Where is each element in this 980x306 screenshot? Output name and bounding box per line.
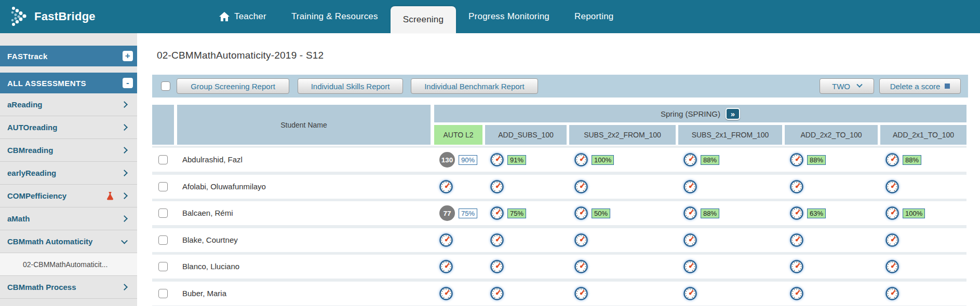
row-checkbox[interactable] [158, 262, 168, 271]
student-table-body: Abdulrashid, Fazl13090%91%100%88%88%88%A… [152, 146, 966, 306]
gauge-icon[interactable] [490, 260, 504, 273]
sidebar-item-cbmmath-process[interactable]: CBMmath Process [0, 276, 137, 299]
gauge-icon[interactable] [790, 153, 803, 166]
score-cell: 88% [785, 148, 878, 172]
sidebar-item-areading[interactable]: aReading [0, 93, 137, 116]
sidebar-section-fasttrack[interactable]: FASTtrack + [0, 46, 137, 66]
score-cell [785, 282, 878, 305]
individual-benchmark-report-button[interactable]: Individual Benchmark Report [411, 78, 538, 94]
column-header-subs-2x1-from-100: SUBS_2x1_FROM_100 [678, 125, 782, 145]
double-chevron-right-icon[interactable]: » [726, 108, 740, 120]
percent-green-box: 50% [592, 208, 610, 218]
sidebar-subitem-02-cbmmathautomaticity[interactable]: 02-CBMMathAutomaticit... [0, 253, 137, 276]
plus-icon[interactable]: + [123, 51, 133, 61]
percent-green-box: 100% [592, 155, 614, 165]
score-cell [485, 282, 567, 305]
score-cell: 75% [485, 201, 567, 225]
gauge-icon[interactable] [683, 287, 697, 300]
fastbridge-dots-icon [10, 6, 29, 27]
gauge-icon[interactable] [574, 206, 588, 220]
table-row: Blake, Courtney [152, 228, 966, 252]
gauge-icon[interactable] [683, 260, 697, 273]
table-row: Balcaen, Rémi7775%75%50%88%63%100% [152, 201, 966, 225]
nav-tab-screening[interactable]: Screening [391, 6, 456, 33]
chevron-right-icon [121, 101, 128, 108]
brand-name: FastBridge [34, 10, 96, 23]
gauge-icon[interactable] [683, 180, 697, 193]
row-checkbox[interactable] [158, 182, 168, 191]
score-cell [569, 175, 676, 199]
gauge-icon[interactable] [490, 287, 504, 300]
gauge-icon[interactable] [683, 233, 697, 247]
nav-tab-reporting[interactable]: Reporting [562, 0, 626, 33]
gauge-icon[interactable] [574, 287, 588, 300]
percent-green-box: 100% [903, 208, 925, 218]
gauge-icon[interactable] [574, 153, 588, 166]
table-header: Student Name Spring (SPRING) » AUTO L2 A… [152, 105, 966, 145]
percent-green-box: 88% [701, 155, 719, 165]
row-checkbox[interactable] [158, 208, 168, 218]
gauge-icon[interactable] [574, 260, 588, 273]
page-title: 02-CBMMathAutomaticity-2019 - S12 [157, 50, 324, 61]
gauge-icon[interactable] [885, 260, 899, 273]
row-checkbox[interactable] [158, 235, 168, 245]
student-name-header: Student Name [177, 105, 431, 145]
gauge-icon[interactable] [790, 206, 803, 220]
gauge-icon[interactable] [885, 287, 899, 300]
row-checkbox[interactable] [158, 155, 168, 164]
minus-icon[interactable]: - [123, 78, 133, 88]
sidebar-section-all-assessments[interactable]: ALL ASSESSMENTS - [0, 73, 137, 93]
group-screening-report-button[interactable]: Group Screening Report [177, 78, 289, 94]
percent-green-box: 91% [507, 155, 526, 165]
gauge-icon[interactable] [790, 287, 803, 300]
gauge-icon[interactable] [683, 206, 697, 220]
gauge-icon[interactable] [490, 153, 504, 166]
gauge-icon[interactable] [574, 233, 588, 247]
gauge-icon[interactable] [790, 233, 803, 247]
spring-group-header: Spring (SPRING) » [434, 105, 966, 122]
gauge-icon[interactable] [885, 206, 899, 220]
student-name: Blake, Courtney [182, 235, 238, 244]
nav-tab-training-resources[interactable]: Training & Resources [279, 0, 391, 33]
gauge-icon[interactable] [683, 153, 697, 166]
table-row: Abdulrashid, Fazl13090%91%100%88%88%88% [152, 148, 966, 172]
chevron-right-icon [121, 124, 128, 131]
score-cell: 88% [678, 148, 782, 172]
sidebar-item-autoreading[interactable]: AUTOreading [0, 116, 137, 139]
gauge-icon[interactable] [439, 233, 453, 247]
score-cell [485, 255, 567, 279]
row-checkbox[interactable] [158, 289, 168, 298]
percent-green-box: 63% [807, 208, 826, 218]
student-name: Blanco, Lluciano [182, 262, 239, 271]
score-cell [678, 228, 782, 252]
gauge-icon[interactable] [490, 233, 504, 247]
gauge-icon[interactable] [790, 260, 803, 273]
gauge-icon[interactable] [574, 180, 588, 193]
sidebar-item-cbmmath-automaticity[interactable]: CBMmath Automaticity [0, 230, 137, 253]
sidebar-item-compefficiency[interactable]: COMPefficiency [0, 185, 137, 207]
individual-skills-report-button[interactable]: Individual Skills Report [298, 78, 403, 94]
percent-box: 75% [459, 208, 477, 218]
nav-tab-progress-monitoring[interactable]: Progress Monitoring [456, 0, 562, 33]
sidebar-item-earlyreading[interactable]: earlyReading [0, 162, 137, 185]
gauge-icon[interactable] [439, 180, 453, 193]
nav-tab-teacher[interactable]: Teacher [207, 0, 279, 33]
column-header-auto-l2: AUTO L2 [434, 125, 482, 145]
fastbridge-logo[interactable]: FastBridge [10, 0, 96, 33]
gauge-icon[interactable] [885, 153, 899, 166]
sidebar-item-cbmreading[interactable]: CBMreading [0, 139, 137, 162]
gauge-icon[interactable] [790, 180, 803, 193]
percent-green-box: 88% [903, 155, 921, 165]
gauge-icon[interactable] [439, 260, 453, 273]
select-all-checkbox[interactable] [161, 81, 170, 91]
score-cell [880, 282, 966, 305]
gauge-icon[interactable] [490, 206, 504, 220]
gauge-icon[interactable] [490, 180, 504, 193]
table-row: Blanco, Lluciano [152, 255, 966, 279]
sidebar-item-amath[interactable]: aMath [0, 207, 137, 230]
gauge-icon[interactable] [885, 233, 899, 247]
delete-a-score-button[interactable]: Delete a score [879, 78, 961, 94]
gauge-icon[interactable] [439, 287, 453, 300]
gauge-icon[interactable] [885, 180, 899, 193]
period-select[interactable]: TWO [820, 78, 874, 94]
